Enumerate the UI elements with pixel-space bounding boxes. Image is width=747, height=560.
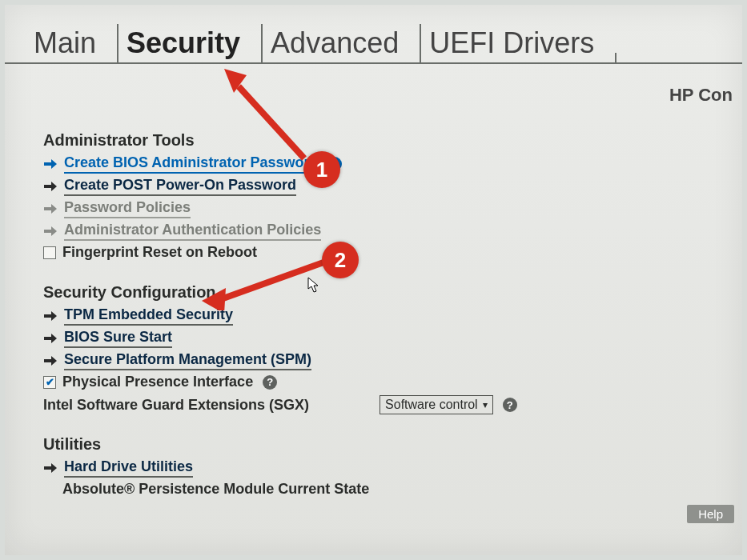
brand-label: HP Con	[669, 85, 733, 106]
svg-line-0	[239, 86, 304, 158]
content-area: Administrator Tools Create BIOS Administ…	[5, 64, 742, 498]
tab-divider-end	[615, 53, 645, 62]
dropdown-sgx[interactable]: Software control ▾	[380, 395, 493, 414]
checkbox-fingerprint-reset[interactable]	[43, 246, 56, 259]
annotation-badge-2: 2	[322, 242, 359, 278]
arrow-icon	[43, 334, 58, 343]
section-security-config: Security Configuration	[43, 283, 733, 302]
svg-marker-3	[202, 288, 226, 310]
checkbox-ppi[interactable]: ✔	[43, 376, 56, 389]
label-sgx: Intel Software Guard Extensions (SGX)	[43, 397, 309, 414]
link-hard-drive-utilities[interactable]: Hard Drive Utilities	[64, 458, 193, 478]
arrow-icon	[43, 463, 58, 473]
tab-main[interactable]: Main	[34, 24, 117, 62]
link-bios-sure-start[interactable]: BIOS Sure Start	[64, 329, 172, 348]
label-absolute-persistence: Absolute® Persistence Module Current Sta…	[62, 481, 369, 498]
arrow-icon	[43, 204, 58, 214]
section-utilities: Utilities	[43, 435, 733, 454]
tab-uefi-drivers[interactable]: UEFI Drivers	[420, 24, 615, 62]
tab-security[interactable]: Security	[117, 24, 261, 62]
arrow-icon	[43, 159, 58, 169]
tab-advanced[interactable]: Advanced	[261, 24, 420, 62]
svg-line-2	[221, 262, 323, 299]
arrow-icon	[43, 226, 58, 236]
link-admin-auth-policies[interactable]: Administrator Authentication Policies	[64, 222, 321, 241]
help-button[interactable]: Help	[687, 505, 734, 523]
link-spm[interactable]: Secure Platform Management (SPM)	[64, 351, 311, 370]
help-icon[interactable]: ?	[263, 375, 277, 390]
annotation-arrow-2	[202, 253, 330, 310]
tab-bar: Main Security Advanced UEFI Drivers	[5, 24, 742, 64]
arrow-icon	[43, 356, 58, 366]
help-icon[interactable]: ?	[503, 398, 517, 412]
link-password-policies[interactable]: Password Policies	[64, 199, 191, 218]
label-ppi: Physical Presence Interface	[62, 374, 253, 390]
annotation-badge-1: 1	[303, 151, 340, 188]
arrow-icon	[43, 311, 58, 321]
bios-screen: Main Security Advanced UEFI Drivers HP C…	[5, 5, 742, 555]
arrow-icon	[43, 182, 58, 191]
annotation-arrow-1	[224, 69, 312, 166]
link-create-post-password[interactable]: Create POST Power-On Password	[64, 177, 296, 196]
section-admin-tools: Administrator Tools	[43, 131, 733, 150]
chevron-down-icon: ▾	[483, 399, 488, 410]
dropdown-sgx-value: Software control	[385, 398, 478, 412]
